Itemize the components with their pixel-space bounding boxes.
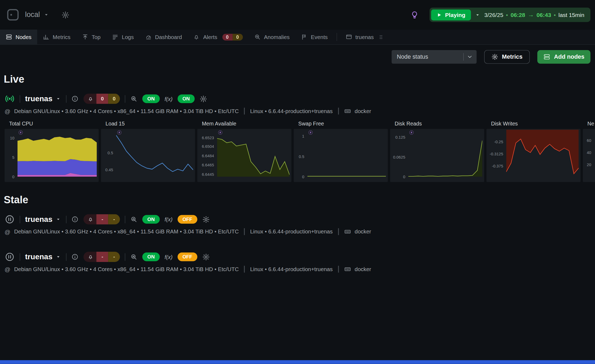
chart-panel[interactable]: 1050 (5, 129, 99, 182)
bottom-accent-bar (0, 360, 595, 364)
live-section-heading: Live (4, 74, 595, 85)
tab-nodes[interactable]: Nodes (0, 30, 37, 44)
chart-card-swap-free[interactable]: Swap Free10.50 (294, 121, 388, 182)
axis-tick: 60 (583, 138, 593, 143)
tab-truenas[interactable]: truenas (340, 30, 389, 44)
stale-status-icon (5, 214, 15, 225)
tab-alerts[interactable]: Alerts 0 0 (188, 30, 248, 44)
chevron-down-icon (475, 12, 480, 18)
gear-icon (491, 54, 498, 60)
critical-alerts-badge: - (96, 252, 108, 262)
space-selector[interactable]: local (25, 10, 49, 19)
node-name[interactable]: truenas (25, 253, 61, 261)
tab-top[interactable]: Top (76, 30, 106, 44)
node-settings-gear-icon[interactable] (202, 253, 210, 261)
chevron-down-icon (56, 96, 61, 102)
chart-panel[interactable]: -0.25-0.3125-0.375 (486, 129, 580, 182)
container-icon (344, 228, 351, 235)
add-nodes-button[interactable]: Add nodes (537, 50, 590, 64)
chevron-down-icon (43, 12, 50, 18)
node-name[interactable]: truenas (25, 215, 61, 223)
duration-label: last 15min (558, 12, 584, 18)
metrics-button[interactable]: Metrics (484, 50, 530, 64)
node-alerts-capsule[interactable]: - - (84, 214, 120, 225)
bell-icon (84, 252, 96, 262)
axis-tick: 10 (5, 136, 16, 140)
kernel-info: Linux • 6.6.44-production+truenas (250, 229, 333, 235)
chart-card-net[interactable]: Ne604020 (583, 121, 595, 182)
node-alerts-capsule[interactable]: 0 0 (84, 94, 120, 104)
arrow-up-icon (82, 34, 88, 40)
node-info-icon[interactable] (71, 216, 79, 223)
insights-bulb-icon[interactable] (410, 10, 419, 19)
container-icon (344, 266, 351, 272)
functions-toggle[interactable]: OFF (178, 215, 197, 223)
chart-title: Disk Writes (491, 121, 580, 127)
functions-icon: f(x) (165, 96, 172, 102)
stale-status-icon (5, 252, 15, 262)
axis-tick: 20 (583, 162, 593, 167)
chart-panel[interactable]: 6.65236.65046.64846.64656.6445 (197, 129, 291, 182)
axis-tick: 6.6504 (197, 144, 216, 149)
nodes-icon (543, 54, 550, 60)
chart-card-disk-writes[interactable]: Disk Writes-0.25-0.3125-0.375 (486, 121, 580, 182)
anomalies-magnifier-icon (254, 34, 261, 40)
chart-panel[interactable]: 10.50 (294, 129, 388, 182)
functions-toggle[interactable]: ON (178, 94, 195, 103)
functions-toggle[interactable]: OFF (178, 253, 197, 261)
chart-panel[interactable]: 0.1250.06250 (390, 129, 484, 182)
drag-handle-icon[interactable] (378, 34, 384, 40)
tab-logs[interactable]: Logs (106, 30, 139, 44)
tab-metrics[interactable]: Metrics (37, 30, 76, 44)
node-info-icon[interactable] (71, 253, 79, 261)
playing-label: Playing (445, 12, 465, 18)
space-settings-gear-icon[interactable] (61, 11, 70, 19)
critical-alerts-badge: 0 (96, 94, 108, 104)
node-row-stale-1: truenas - - ON f(x) OFF (5, 214, 595, 225)
ml-toggle[interactable]: ON (142, 253, 160, 261)
axis-tick: 0.45 (101, 168, 115, 172)
ml-magnifier-icon (130, 216, 137, 223)
ml-toggle[interactable]: ON (142, 94, 160, 103)
axis-tick: 5 (5, 155, 16, 160)
node-status-select[interactable]: Node status (392, 50, 476, 64)
bell-icon (84, 214, 96, 225)
node-name[interactable]: truenas (25, 94, 61, 103)
time-range-picker[interactable]: Playing 3/26/25 • 06:28 → 06:43 • last 1… (430, 8, 590, 22)
chart-title: Ne (587, 121, 595, 127)
nodes-icon (6, 34, 12, 40)
chart-card-load-15[interactable]: Load 150.50.45 (101, 121, 195, 182)
node-settings-gear-icon[interactable] (202, 216, 210, 223)
node-settings-gear-icon[interactable] (200, 95, 207, 103)
os-icon: @ (5, 228, 10, 235)
chart-card-total-cpu[interactable]: Total CPU1050 (5, 121, 99, 182)
os-info: Debian GNU/Linux • 3.60 GHz • 4 Cores • … (14, 108, 238, 114)
node-info-icon[interactable] (71, 95, 79, 102)
chart-card-disk-reads[interactable]: Disk Reads0.1250.06250 (390, 121, 484, 182)
ml-toggle[interactable]: ON (142, 215, 160, 223)
tab-events[interactable]: Events (295, 30, 333, 44)
playing-button[interactable]: Playing (431, 9, 471, 20)
app-root: local Playing 3/26/25 • 06:28 → 06:43 (0, 0, 595, 364)
space-label: local (25, 10, 40, 19)
axis-tick: 0.5 (101, 150, 115, 155)
chart-card-mem-available[interactable]: Mem Available6.65236.65046.64846.64656.6… (197, 121, 291, 182)
play-icon (437, 12, 442, 17)
node-alerts-capsule[interactable]: - - (84, 252, 120, 262)
axis-tick: 0 (5, 174, 16, 179)
critical-alerts-badge: - (96, 214, 108, 225)
alerts-warning-badge: 0 (233, 34, 243, 40)
chart-panel[interactable]: 0.50.45 (101, 129, 195, 182)
axis-tick: 0.0625 (390, 155, 407, 159)
alerts-critical-badge: 0 (222, 34, 232, 40)
ml-magnifier-icon (130, 253, 137, 261)
tab-dashboard[interactable]: Dashboard (139, 30, 188, 44)
axis-tick: 6.6445 (197, 172, 216, 177)
tab-anomalies[interactable]: Anomalies (248, 30, 295, 44)
node-details-stale-1: @ Debian GNU/Linux • 3.60 GHz • 4 Cores … (5, 228, 595, 235)
gauge-icon (145, 34, 152, 40)
chart-panel[interactable]: 604020 (583, 129, 595, 182)
axis-tick: 0.5 (294, 154, 306, 159)
flag-icon (301, 34, 307, 40)
netdata-logo-icon[interactable] (6, 8, 20, 22)
